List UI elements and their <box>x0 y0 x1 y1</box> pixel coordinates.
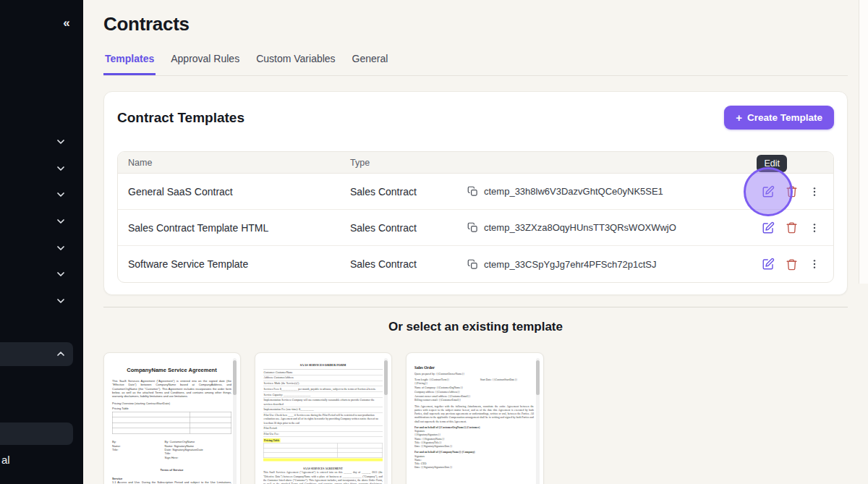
mini-document: SAAS SERVICES ORDER FORM Customer: Custo… <box>263 363 383 484</box>
create-template-button[interactable]: + Create Template <box>724 106 834 130</box>
chevron-down-icon[interactable] <box>54 189 68 200</box>
tab-bar: Templates Approval Rules Custom Variable… <box>103 53 848 76</box>
mini-document: Sales Order Quote prepared by: {{Contrac… <box>414 365 534 470</box>
chevron-down-icon[interactable] <box>54 216 68 227</box>
tab-templates[interactable]: Templates <box>103 53 156 75</box>
sidebar-item[interactable] <box>0 423 73 445</box>
preview-scrollbar <box>233 358 237 484</box>
trash-icon[interactable] <box>785 185 798 198</box>
table-header-row: Name Type <box>118 152 833 174</box>
chevron-down-icon[interactable] <box>54 163 68 174</box>
template-type: Sales Contract <box>340 186 456 198</box>
page-scrollbar[interactable] <box>859 0 868 284</box>
plus-icon: + <box>736 112 742 123</box>
template-type: Sales Contract <box>340 258 456 270</box>
table-row[interactable]: Software Service Template Sales Contract… <box>118 246 833 282</box>
template-name: General SaaS Contract <box>118 186 340 198</box>
chevron-down-icon[interactable] <box>54 136 68 148</box>
template-id: ctemp_33ZXza8OqyHUnsTT3QRsWOXWwjO <box>484 222 676 233</box>
trash-icon[interactable] <box>785 258 798 271</box>
chevron-down-icon[interactable] <box>54 242 68 254</box>
template-name: Sales Contract Template HTML <box>118 222 340 234</box>
card-title: Contract Templates <box>117 110 244 126</box>
template-id: ctemp_33h8lw6V3DazvGhtQCe0yNK5SE1 <box>484 186 663 197</box>
tab-approval-rules[interactable]: Approval Rules <box>169 53 241 75</box>
app-window: « al Contracts Templates Approval Rules … <box>0 0 868 484</box>
trash-icon[interactable] <box>785 221 798 234</box>
sidebar: « al <box>0 0 83 484</box>
edit-tooltip: Edit <box>757 155 787 172</box>
template-thumbnail-sales-order[interactable]: Sales Order Quote prepared by: {{Contrac… <box>406 352 544 484</box>
tab-custom-variables[interactable]: Custom Variables <box>255 53 336 75</box>
sidebar-item-expanded[interactable] <box>0 342 73 366</box>
templates-table: Name Type General SaaS Contract Sales Co… <box>117 151 834 283</box>
preview-scrollbar <box>384 358 388 484</box>
column-header-name: Name <box>118 158 340 168</box>
main-content: Contracts Templates Approval Rules Custo… <box>83 0 868 484</box>
template-name: Software Service Template <box>118 258 340 270</box>
copy-icon[interactable] <box>466 258 479 271</box>
copy-icon[interactable] <box>466 221 479 234</box>
chevron-down-icon[interactable] <box>54 268 68 280</box>
table-row[interactable]: General SaaS Contract Sales Contract cte… <box>118 174 833 210</box>
copy-icon[interactable] <box>466 185 479 198</box>
template-id: ctemp_33CSpYgJg7ehr4PFSch72p1ctSJ <box>484 259 656 270</box>
kebab-menu-icon[interactable] <box>808 258 821 271</box>
chevron-down-icon[interactable] <box>54 295 68 307</box>
sidebar-item-label-fragment[interactable]: al <box>1 454 10 466</box>
table-row[interactable]: Sales Contract Template HTML Sales Contr… <box>118 210 833 246</box>
contract-templates-card: Contract Templates + Create Template Nam… <box>103 91 848 295</box>
edit-icon[interactable] <box>762 221 775 234</box>
create-template-label: Create Template <box>747 112 822 123</box>
template-thumbnail-service-agreement[interactable]: CompanyName Service Agreement This SaaS … <box>103 352 241 484</box>
gallery-heading: Or select an existing template <box>103 320 848 334</box>
template-thumbnail-saas-order-form[interactable]: SAAS SERVICES ORDER FORM Customer: Custo… <box>255 352 392 484</box>
preview-scrollbar <box>536 358 540 484</box>
template-gallery: CompanyName Service Agreement This SaaS … <box>103 352 848 484</box>
edit-icon[interactable] <box>762 185 775 198</box>
tab-general[interactable]: General <box>351 53 390 75</box>
kebab-menu-icon[interactable] <box>808 185 821 198</box>
kebab-menu-icon[interactable] <box>808 221 821 234</box>
template-type: Sales Contract <box>340 222 456 234</box>
collapse-sidebar-icon[interactable]: « <box>58 14 75 32</box>
edit-icon[interactable] <box>762 258 775 271</box>
page-title: Contracts <box>103 13 848 35</box>
chevron-up-icon <box>54 348 68 360</box>
column-header-type: Type <box>340 158 456 168</box>
section-divider <box>103 307 848 307</box>
mini-document: CompanyName Service Agreement This SaaS … <box>112 366 231 484</box>
